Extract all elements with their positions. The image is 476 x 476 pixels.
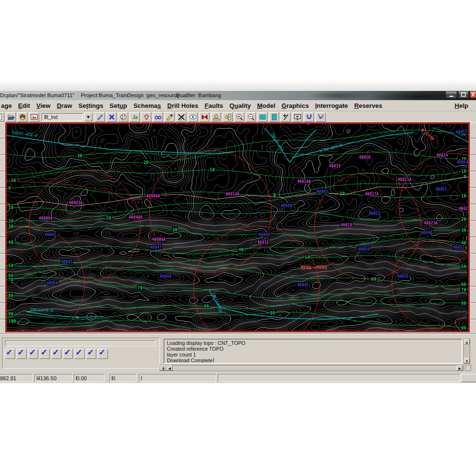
workspace <box>0 122 476 333</box>
layer-checkbox-7[interactable]: ✓ <box>74 349 85 359</box>
open-folder-button[interactable] <box>6 112 16 122</box>
scroll-grip[interactable]: ╋ <box>160 365 166 371</box>
menu-item-settings[interactable]: Settings <box>78 102 103 109</box>
window-title: Dcplan/"Stratmodel Buma0711" <box>0 92 74 98</box>
glasses-icon <box>154 113 162 121</box>
new-page-button[interactable] <box>0 112 4 122</box>
menu-item-view[interactable]: View <box>36 102 50 109</box>
layer-checkbox-3[interactable]: ✓ <box>28 349 38 359</box>
h-lines-button[interactable] <box>257 112 268 122</box>
layer-checkbox-2[interactable]: ✓ <box>16 349 27 359</box>
sheet-combo-dropdown-button[interactable]: ▼ <box>84 113 92 121</box>
zoom-out-icon <box>247 113 255 121</box>
menu-item-graphics[interactable]: Graphics <box>282 102 309 109</box>
status-field-2[interactable]: 4136.50 <box>34 374 73 382</box>
status-field-value: 4136.50 <box>37 375 57 381</box>
no-sketch-button[interactable] <box>176 112 186 122</box>
status-field-5[interactable] <box>139 374 216 382</box>
checkmark-icon: ✓ <box>29 347 36 357</box>
v-pause-icon <box>270 113 278 121</box>
maximize-icon <box>459 91 468 98</box>
layer-checkbox-row: ✓✓✓✓✓✓✓✓✓ <box>5 349 108 359</box>
status-field-3[interactable]: 0.00 <box>74 374 104 382</box>
scroll-right-icon[interactable]: ▶ <box>457 365 463 371</box>
upload-arrow-button[interactable] <box>211 112 221 122</box>
message-log[interactable]: Loading display topo : CNT_TOPOCreated r… <box>164 339 462 364</box>
sketch-button[interactable] <box>164 112 175 122</box>
sheet-combo-input[interactable]: B_Ind <box>42 113 83 121</box>
map-canvas[interactable] <box>7 124 468 331</box>
menu-item-edit[interactable]: Edit <box>18 102 30 109</box>
eye-button[interactable] <box>188 112 198 122</box>
menu-item-quality[interactable]: Quality <box>229 102 251 109</box>
menu-item-drill-holes[interactable]: Drill Holes <box>167 102 198 109</box>
pencil-icon <box>96 113 104 121</box>
delete-icon <box>108 113 116 121</box>
menu-item-setup[interactable]: Setup <box>109 102 127 109</box>
v-pause-button[interactable] <box>269 112 279 122</box>
delete-button[interactable] <box>106 112 117 122</box>
scroll-track[interactable] <box>464 344 470 358</box>
close-icon <box>470 91 476 98</box>
zoom-in-button[interactable] <box>234 112 244 122</box>
palette-button[interactable] <box>118 112 128 122</box>
layer-checkbox-8[interactable]: ✓ <box>86 349 96 359</box>
layer-filter-field[interactable] <box>5 340 156 346</box>
layer-checkbox-6[interactable]: ✓ <box>63 349 73 359</box>
message-horizontal-scrollbar[interactable]: ╋ ◀ ▶ <box>160 365 463 371</box>
scroll-left-icon[interactable]: ◀ <box>166 365 173 371</box>
screen-grab-icon <box>294 113 301 121</box>
scroll-down-icon[interactable]: ▼ <box>464 358 470 363</box>
screen-grab-button[interactable] <box>292 112 302 122</box>
display-icon <box>30 113 38 121</box>
layers-button[interactable] <box>17 112 28 122</box>
layer-checkbox-4[interactable]: ✓ <box>40 349 50 359</box>
design-label: Design :geo_resource <box>127 92 179 98</box>
exit-door-button[interactable] <box>223 112 233 122</box>
checkmark-icon: ✓ <box>99 347 105 357</box>
resize-corner[interactable] <box>465 365 471 371</box>
close-button[interactable] <box>470 91 476 98</box>
measure-button[interactable] <box>281 112 291 122</box>
pencil-button[interactable] <box>95 112 105 122</box>
zoom-out-button[interactable] <box>246 112 256 122</box>
context-help-button[interactable]: ? <box>315 112 326 122</box>
menu-item-help[interactable]: Help <box>455 102 468 109</box>
chevron-down-icon: ▼ <box>86 115 90 119</box>
clip-button[interactable] <box>199 112 209 122</box>
checkmark-icon: ✓ <box>41 347 47 357</box>
menu-item-faults[interactable]: Faults <box>205 102 223 109</box>
menu-item-schemas[interactable]: Schemas <box>134 102 161 109</box>
layer-checkbox-5[interactable]: ✓ <box>51 349 61 359</box>
checkmark-icon: ✓ <box>6 347 13 357</box>
message-vertical-scrollbar[interactable]: ▲ ▼ <box>463 339 470 364</box>
menu-item-age[interactable]: age <box>1 102 12 109</box>
glasses-button[interactable] <box>153 112 163 122</box>
maximize-button[interactable] <box>458 91 469 98</box>
undo-button[interactable] <box>304 112 314 122</box>
layers-icon <box>19 113 27 121</box>
menu-item-interrogate[interactable]: Interrogate <box>315 102 348 109</box>
status-field-6[interactable] <box>218 374 460 382</box>
gem-button[interactable] <box>141 112 151 122</box>
scroll-up-icon[interactable]: ▲ <box>464 339 470 344</box>
gem-icon <box>143 113 150 121</box>
message-line: layer count 1 <box>167 352 459 357</box>
layer-checkbox-1[interactable]: ✓ <box>5 349 15 359</box>
menu-item-reserves[interactable]: Reserves <box>354 102 382 109</box>
scroll-track[interactable] <box>173 365 457 371</box>
status-field-1[interactable]: 882.81 <box>0 374 33 382</box>
status-field-value: 0 <box>112 375 115 381</box>
toolbar: B_Ind▼Ja? <box>0 111 476 122</box>
annotate-button[interactable]: Ja <box>130 112 140 122</box>
status-end-panel <box>461 374 476 382</box>
status-field-4[interactable]: 0 <box>109 374 136 382</box>
layer-checkbox-9[interactable]: ✓ <box>98 349 108 359</box>
menu-item-model[interactable]: Model <box>257 102 275 109</box>
menu-item-draw[interactable]: Draw <box>57 102 72 109</box>
title-bar[interactable]: Dcplan/"Stratmodel Buma0711" Project:Bum… <box>0 91 476 100</box>
minimize-button[interactable] <box>446 91 457 98</box>
display-button[interactable] <box>29 112 39 122</box>
text-caret <box>141 376 142 380</box>
undo-icon <box>305 113 313 121</box>
